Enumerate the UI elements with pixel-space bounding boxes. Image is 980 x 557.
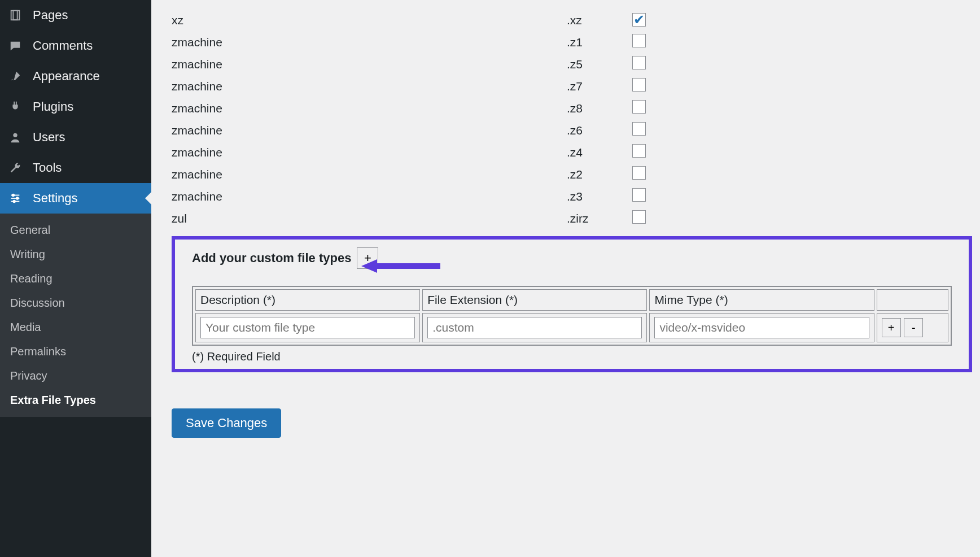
file-type-checkbox[interactable] bbox=[632, 210, 646, 224]
file-ext-label: .z1 bbox=[567, 36, 632, 49]
col-mime: Mime Type (*) bbox=[649, 289, 874, 311]
submenu-item-writing[interactable]: Writing bbox=[0, 242, 151, 267]
submenu-item-reading[interactable]: Reading bbox=[0, 267, 151, 291]
settings-submenu: GeneralWritingReadingDiscussionMediaPerm… bbox=[0, 214, 151, 417]
file-type-checkbox[interactable] bbox=[632, 144, 646, 158]
submenu-item-privacy[interactable]: Privacy bbox=[0, 364, 151, 388]
col-extension: File Extension (*) bbox=[422, 289, 647, 311]
row-remove-button[interactable]: - bbox=[904, 318, 923, 337]
svg-rect-0 bbox=[11, 11, 18, 20]
file-ext-label: .z7 bbox=[567, 80, 632, 93]
svg-point-2 bbox=[13, 133, 17, 137]
sidebar-item-pages[interactable]: Pages bbox=[0, 0, 151, 31]
file-type-checkbox[interactable] bbox=[632, 34, 646, 47]
file-name-label: zmachine bbox=[172, 124, 567, 137]
file-ext-label: .z2 bbox=[567, 168, 632, 181]
brush-icon bbox=[9, 70, 26, 82]
file-name-label: zmachine bbox=[172, 168, 567, 181]
file-type-row: zul.zirz bbox=[172, 207, 980, 229]
file-type-row: zmachine.z7 bbox=[172, 75, 980, 97]
row-add-button[interactable]: + bbox=[882, 318, 901, 337]
file-ext-label: .zirz bbox=[567, 212, 632, 225]
file-type-row: zmachine.z6 bbox=[172, 119, 980, 141]
page-icon bbox=[9, 9, 26, 21]
file-ext-label: .z5 bbox=[567, 58, 632, 71]
description-input[interactable] bbox=[200, 317, 415, 338]
user-icon bbox=[9, 131, 26, 143]
svg-rect-1 bbox=[13, 11, 19, 20]
file-ext-label: .z6 bbox=[567, 124, 632, 137]
col-description: Description (*) bbox=[195, 289, 420, 311]
plug-icon bbox=[9, 101, 26, 113]
col-actions bbox=[877, 289, 948, 311]
file-type-row: zmachine.z2 bbox=[172, 163, 980, 185]
file-type-checkbox[interactable] bbox=[632, 78, 646, 92]
file-ext-label: .z8 bbox=[567, 102, 632, 115]
sidebar-item-label: Users bbox=[33, 130, 65, 145]
sidebar-item-users[interactable]: Users bbox=[0, 122, 151, 153]
mime-input[interactable] bbox=[654, 317, 869, 338]
file-type-row: zmachine.z3 bbox=[172, 185, 980, 207]
file-name-label: xz bbox=[172, 14, 567, 27]
custom-types-table: Description (*) File Extension (*) Mime … bbox=[192, 286, 952, 346]
main-content: xz.xz✔zmachine.z1zmachine.z5zmachine.z7z… bbox=[151, 0, 980, 557]
extension-input[interactable] bbox=[427, 317, 642, 338]
submenu-item-extra-file-types[interactable]: Extra File Types bbox=[0, 388, 151, 412]
file-type-row: zmachine.z8 bbox=[172, 97, 980, 119]
file-name-label: zmachine bbox=[172, 146, 567, 159]
file-type-list: xz.xz✔zmachine.z1zmachine.z5zmachine.z7z… bbox=[172, 0, 980, 229]
file-type-row: xz.xz✔ bbox=[172, 9, 980, 31]
sidebar-item-settings[interactable]: Settings bbox=[0, 183, 151, 214]
add-custom-type-button[interactable]: + bbox=[357, 247, 378, 269]
sidebar-item-label: Pages bbox=[33, 8, 68, 23]
required-field-note: (*) Required Field bbox=[192, 350, 952, 363]
wrench-icon bbox=[9, 162, 26, 174]
sidebar-item-label: Appearance bbox=[33, 69, 100, 84]
custom-type-row: + - bbox=[195, 313, 948, 342]
file-type-checkbox[interactable]: ✔ bbox=[632, 13, 646, 27]
comment-icon bbox=[9, 40, 26, 52]
save-changes-button[interactable]: Save Changes bbox=[172, 408, 281, 438]
file-type-checkbox[interactable] bbox=[632, 166, 646, 180]
svg-point-6 bbox=[12, 194, 15, 197]
custom-file-types-box: Add your custom file types + Description… bbox=[172, 236, 972, 372]
file-name-label: zmachine bbox=[172, 36, 567, 49]
sliders-icon bbox=[9, 192, 26, 204]
file-type-checkbox[interactable] bbox=[632, 122, 646, 136]
submenu-item-general[interactable]: General bbox=[0, 218, 151, 242]
sidebar-item-comments[interactable]: Comments bbox=[0, 31, 151, 61]
sidebar-item-label: Plugins bbox=[33, 99, 73, 114]
file-type-checkbox[interactable] bbox=[632, 100, 646, 114]
sidebar-item-plugins[interactable]: Plugins bbox=[0, 92, 151, 122]
sidebar-item-label: Tools bbox=[33, 160, 62, 175]
file-name-label: zmachine bbox=[172, 102, 567, 115]
sidebar-item-label: Settings bbox=[33, 191, 78, 206]
admin-sidebar: PagesCommentsAppearancePluginsUsersTools… bbox=[0, 0, 151, 557]
file-type-row: zmachine.z4 bbox=[172, 141, 980, 163]
svg-point-8 bbox=[13, 201, 15, 203]
submenu-item-discussion[interactable]: Discussion bbox=[0, 291, 151, 315]
file-ext-label: .z4 bbox=[567, 146, 632, 159]
file-name-label: zmachine bbox=[172, 80, 567, 93]
file-name-label: zmachine bbox=[172, 190, 567, 203]
svg-point-7 bbox=[16, 197, 19, 199]
file-ext-label: .z3 bbox=[567, 190, 632, 203]
file-name-label: zmachine bbox=[172, 58, 567, 71]
file-name-label: zul bbox=[172, 212, 567, 225]
custom-file-types-heading: Add your custom file types + bbox=[192, 247, 952, 269]
sidebar-item-tools[interactable]: Tools bbox=[0, 153, 151, 183]
custom-title-label: Add your custom file types bbox=[192, 251, 351, 266]
sidebar-item-label: Comments bbox=[33, 38, 93, 53]
file-type-row: zmachine.z5 bbox=[172, 53, 980, 75]
file-type-checkbox[interactable] bbox=[632, 188, 646, 202]
file-type-checkbox[interactable] bbox=[632, 56, 646, 69]
sidebar-item-appearance[interactable]: Appearance bbox=[0, 61, 151, 92]
file-type-row: zmachine.z1 bbox=[172, 31, 980, 53]
submenu-item-media[interactable]: Media bbox=[0, 315, 151, 340]
submenu-item-permalinks[interactable]: Permalinks bbox=[0, 340, 151, 364]
file-ext-label: .xz bbox=[567, 14, 632, 27]
